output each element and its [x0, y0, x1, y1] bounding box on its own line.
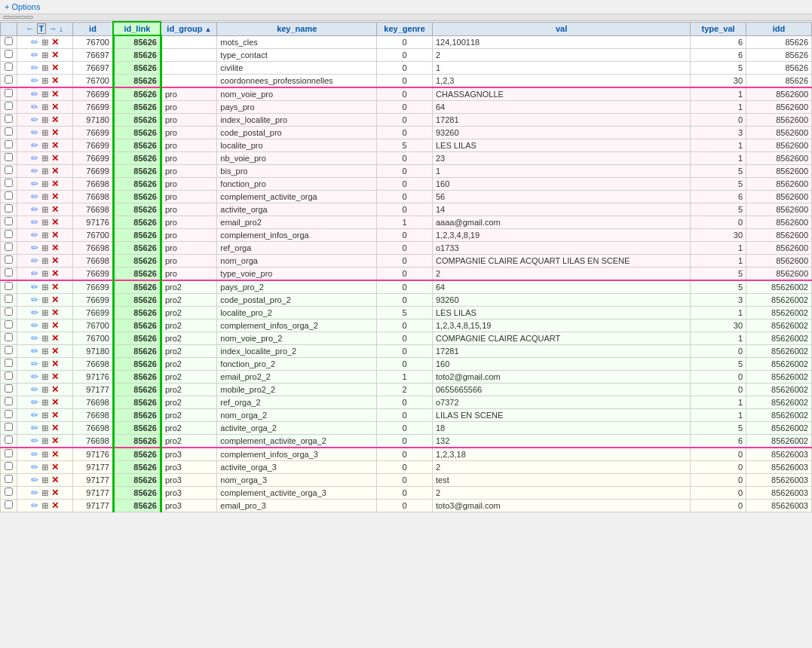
- edit-icon[interactable]: ✏: [29, 191, 40, 202]
- row-checkbox[interactable]: [5, 140, 13, 148]
- delete-icon[interactable]: ✕: [50, 127, 60, 138]
- view-icon[interactable]: ⊞: [40, 385, 50, 394]
- edit-icon[interactable]: ✏: [29, 436, 40, 446]
- view-icon[interactable]: ⊞: [40, 179, 50, 188]
- edit-icon[interactable]: ✏: [29, 204, 40, 215]
- view-icon[interactable]: ⊞: [40, 256, 50, 265]
- row-checkbox[interactable]: [5, 191, 13, 200]
- edit-icon[interactable]: ✏: [29, 333, 40, 344]
- row-checkbox[interactable]: [5, 320, 13, 329]
- row-checkbox[interactable]: [5, 37, 13, 45]
- row-checkbox[interactable]: [5, 153, 13, 161]
- delete-icon[interactable]: ✕: [50, 384, 60, 395]
- delete-icon[interactable]: ✕: [50, 449, 60, 460]
- delete-icon[interactable]: ✕: [50, 115, 60, 125]
- row-checkbox[interactable]: [5, 89, 13, 97]
- col-header-idd[interactable]: idd: [746, 22, 812, 35]
- view-icon[interactable]: ⊞: [40, 115, 50, 124]
- view-icon[interactable]: ⊞: [40, 167, 50, 176]
- view-icon[interactable]: ⊞: [40, 359, 50, 368]
- nav-arrow-right[interactable]: →: [48, 24, 57, 33]
- delete-icon[interactable]: ✕: [50, 37, 60, 47]
- view-icon[interactable]: ⊞: [40, 334, 50, 343]
- view-icon[interactable]: ⊞: [40, 501, 50, 510]
- edit-icon[interactable]: ✏: [29, 371, 40, 382]
- row-checkbox[interactable]: [5, 75, 13, 84]
- edit-icon[interactable]: ✏: [29, 384, 40, 395]
- row-checkbox[interactable]: [5, 371, 13, 380]
- edit-icon[interactable]: ✏: [29, 50, 40, 60]
- view-icon[interactable]: ⊞: [40, 102, 50, 112]
- row-checkbox[interactable]: [5, 179, 13, 187]
- edit-icon[interactable]: ✏: [29, 268, 40, 279]
- delete-icon[interactable]: ✕: [50, 63, 60, 73]
- delete-icon[interactable]: ✕: [50, 500, 60, 511]
- delete-icon[interactable]: ✕: [50, 217, 60, 228]
- edit-icon[interactable]: ✏: [29, 346, 40, 356]
- delete-icon[interactable]: ✕: [50, 488, 60, 498]
- view-icon[interactable]: ⊞: [40, 231, 50, 240]
- view-icon[interactable]: ⊞: [40, 372, 50, 381]
- delete-icon[interactable]: ✕: [50, 436, 60, 446]
- delete-icon[interactable]: ✕: [50, 307, 60, 318]
- view-icon[interactable]: ⊞: [40, 38, 50, 47]
- view-icon[interactable]: ⊞: [40, 411, 50, 420]
- view-icon[interactable]: ⊞: [40, 347, 50, 356]
- view-icon[interactable]: ⊞: [40, 423, 50, 433]
- edit-icon[interactable]: ✏: [29, 217, 40, 228]
- row-checkbox[interactable]: [5, 217, 13, 225]
- delete-icon[interactable]: ✕: [50, 191, 60, 202]
- view-icon[interactable]: ⊞: [40, 76, 50, 85]
- view-icon[interactable]: ⊞: [40, 283, 50, 292]
- edit-icon[interactable]: ✏: [29, 255, 40, 266]
- edit-icon[interactable]: ✏: [29, 410, 40, 420]
- delete-icon[interactable]: ✕: [50, 320, 60, 331]
- row-checkbox[interactable]: [5, 333, 13, 341]
- col-header-val[interactable]: val: [433, 22, 691, 35]
- row-checkbox[interactable]: [5, 462, 13, 470]
- view-icon[interactable]: ⊞: [40, 50, 50, 60]
- edit-icon[interactable]: ✏: [29, 295, 40, 305]
- edit-icon[interactable]: ✏: [29, 140, 40, 151]
- edit-icon[interactable]: ✏: [29, 282, 40, 292]
- view-icon[interactable]: ⊞: [40, 141, 50, 150]
- edit-icon[interactable]: ✏: [29, 359, 40, 369]
- view-icon[interactable]: ⊞: [40, 450, 50, 459]
- view-icon[interactable]: ⊞: [40, 436, 50, 445]
- row-checkbox[interactable]: [5, 282, 13, 290]
- view-icon[interactable]: ⊞: [40, 243, 50, 252]
- row-checkbox[interactable]: [5, 166, 13, 174]
- edit-icon[interactable]: ✏: [29, 153, 40, 164]
- row-checkbox[interactable]: [5, 500, 13, 509]
- col-header-key-name[interactable]: key_name: [217, 22, 377, 35]
- row-checkbox[interactable]: [5, 436, 13, 444]
- row-checkbox[interactable]: [5, 475, 13, 483]
- delete-icon[interactable]: ✕: [50, 255, 60, 266]
- row-checkbox[interactable]: [5, 397, 13, 405]
- row-checkbox[interactable]: [5, 268, 13, 277]
- edit-icon[interactable]: ✏: [29, 462, 40, 472]
- col-header-id[interactable]: id: [72, 22, 113, 35]
- nav-right-btn[interactable]: [18, 16, 26, 19]
- nav-type-icon[interactable]: T: [37, 23, 47, 34]
- nav-down-btn[interactable]: [26, 16, 33, 19]
- edit-icon[interactable]: ✏: [29, 75, 40, 86]
- row-checkbox[interactable]: [5, 255, 13, 264]
- delete-icon[interactable]: ✕: [50, 371, 60, 382]
- row-checkbox[interactable]: [5, 488, 13, 496]
- edit-icon[interactable]: ✏: [29, 115, 40, 125]
- options-link[interactable]: + Options: [5, 2, 40, 11]
- delete-icon[interactable]: ✕: [50, 282, 60, 292]
- delete-icon[interactable]: ✕: [50, 204, 60, 215]
- edit-icon[interactable]: ✏: [29, 179, 40, 189]
- edit-icon[interactable]: ✏: [29, 166, 40, 176]
- row-checkbox[interactable]: [5, 359, 13, 367]
- delete-icon[interactable]: ✕: [50, 295, 60, 305]
- delete-icon[interactable]: ✕: [50, 140, 60, 151]
- row-checkbox[interactable]: [5, 204, 13, 212]
- row-checkbox[interactable]: [5, 50, 13, 58]
- row-checkbox[interactable]: [5, 384, 13, 393]
- edit-icon[interactable]: ✏: [29, 397, 40, 408]
- view-icon[interactable]: ⊞: [40, 63, 50, 72]
- col-header-id-link[interactable]: id_link: [113, 22, 161, 35]
